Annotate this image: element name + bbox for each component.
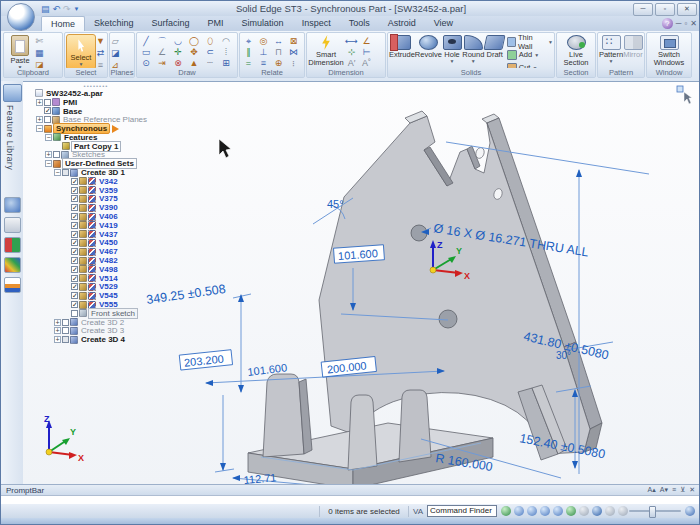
angled-plane-icon[interactable]: ◪ — [111, 48, 120, 58]
live-section-button[interactable]: Live Section — [559, 34, 593, 67]
application-button[interactable] — [7, 3, 35, 31]
circle-icon[interactable]: ◯ — [186, 36, 202, 47]
offset-icon[interactable]: ⊂ — [202, 47, 218, 58]
paste-button[interactable]: Paste▼ — [5, 34, 35, 69]
sensors-icon[interactable] — [4, 237, 21, 253]
tree-item-v359[interactable]: ✓V359 — [25, 186, 167, 195]
rotate-icon[interactable] — [566, 506, 576, 516]
redo-icon[interactable]: ↷ — [63, 3, 71, 15]
dim-45deg[interactable]: 45° — [327, 198, 344, 210]
zoom-out-icon[interactable] — [618, 506, 628, 516]
part-body[interactable] — [248, 111, 602, 485]
rendering-icon[interactable] — [4, 257, 21, 273]
add-button[interactable]: Add▼ — [507, 49, 553, 60]
maximize-button[interactable]: ▫ — [655, 3, 675, 16]
pathfinder-tab-icon[interactable] — [3, 84, 22, 102]
coordinate-dim-icon[interactable]: ⊹ — [344, 47, 359, 58]
select-options-icon[interactable]: ▼ — [96, 36, 105, 46]
cut-icon[interactable]: ✄ — [35, 36, 44, 46]
pattern-button[interactable]: Pattern▼ — [599, 34, 623, 63]
tree-item-create-3d-4[interactable]: +Create 3D 4 — [25, 335, 167, 344]
rectangle-icon[interactable]: ▭ — [138, 47, 154, 58]
dim-112-71[interactable]: 112.71 — [243, 471, 277, 485]
tree-item-v437[interactable]: ✓V437 — [25, 230, 167, 239]
draft-button[interactable]: Draft — [484, 34, 504, 59]
tab-pmi[interactable]: PMI — [199, 16, 233, 31]
tree-item-create-3d-2[interactable]: +Create 3D 2 — [25, 318, 167, 327]
tree-item-v482[interactable]: ✓V482 — [25, 256, 167, 265]
symmetric-icon[interactable]: ⋈ — [286, 47, 301, 58]
tree-item-base[interactable]: ✓Base — [25, 107, 167, 116]
zoom-in-icon[interactable] — [685, 506, 695, 516]
zoom-slider[interactable] — [629, 506, 681, 516]
zoom-slider-thumb[interactable] — [649, 506, 656, 518]
perpendicular-icon[interactable]: ⊥ — [256, 47, 271, 58]
angle-between-icon[interactable]: ∠ — [359, 36, 374, 47]
font-decrease-icon[interactable]: A▾ — [660, 486, 668, 494]
tab-inspect[interactable]: Inspect — [293, 16, 340, 31]
tree-item-v467[interactable]: ✓V467 — [25, 247, 167, 256]
hole-button[interactable]: Hole▼ — [442, 34, 462, 63]
tab-tools[interactable]: Tools — [340, 16, 379, 31]
mirror-button[interactable]: Mirror — [623, 34, 643, 59]
arc-icon[interactable]: ⌒ — [154, 36, 170, 47]
parallel-icon[interactable]: ∥ — [241, 47, 256, 58]
tree-item-v514[interactable]: ✓V514 — [25, 274, 167, 283]
revolve-button[interactable]: Revolve — [415, 34, 442, 59]
family-of-parts-icon[interactable] — [4, 197, 21, 213]
command-finder-input[interactable]: Command Finder — [427, 505, 497, 517]
move-icon[interactable]: ✥ — [186, 47, 202, 58]
tree-item-synchronous[interactable]: −Synchronous — [25, 124, 167, 133]
refresh-icon[interactable] — [501, 506, 511, 516]
dim-101-600-top[interactable]: 101.600 — [334, 245, 385, 263]
point-icon[interactable]: ✛ — [170, 47, 186, 58]
tree-item-v498[interactable]: ✓V498 — [25, 265, 167, 274]
promptbar-menu-icon[interactable]: ≡ — [672, 486, 676, 494]
switch-windows-button[interactable]: Switch Windows▼ — [649, 34, 689, 71]
view-overrides-icon[interactable] — [605, 506, 615, 516]
minimize-button[interactable]: ─ — [633, 3, 653, 16]
chamfer-icon[interactable]: ∠ — [154, 47, 170, 58]
tree-item-v406[interactable]: ✓V406 — [25, 212, 167, 221]
symmetric-dim-icon[interactable]: ⊢ — [359, 47, 374, 58]
tree-item-v390[interactable]: ✓V390 — [25, 203, 167, 212]
save-icon[interactable]: ▤ — [41, 3, 50, 15]
promptbar-pin-icon[interactable]: ⊻ — [680, 486, 685, 494]
doc-close-button[interactable]: ✕ — [690, 18, 697, 29]
tab-surfacing[interactable]: Surfacing — [143, 16, 199, 31]
distance-between-icon[interactable]: ⟷ — [344, 36, 359, 47]
tab-astroid[interactable]: Astroid — [379, 16, 425, 31]
tree-item-pmi[interactable]: +PMI — [25, 98, 167, 107]
tree-item-v529[interactable]: ✓V529 — [25, 283, 167, 292]
curve-icon[interactable]: ◡ — [170, 36, 186, 47]
round-button[interactable]: Round▼ — [462, 34, 484, 63]
tree-item-user-defined-sets[interactable]: −User-Defined Sets — [25, 159, 167, 168]
copy-icon[interactable]: ▦ — [35, 48, 44, 58]
tab-view[interactable]: View — [425, 16, 462, 31]
tree-item-create-3d-3[interactable]: +Create 3D 3 — [25, 327, 167, 336]
font-increase-icon[interactable]: A▴ — [648, 486, 656, 494]
tree-item-v450[interactable]: ✓V450 — [25, 239, 167, 248]
tree-item-v375[interactable]: ✓V375 — [25, 195, 167, 204]
ellipse-icon[interactable]: ⬯ — [202, 36, 218, 47]
doc-minimize-button[interactable]: ─ — [676, 18, 682, 29]
doc-restore-button[interactable]: ▫ — [684, 18, 687, 29]
connect-icon[interactable]: ⌖ — [241, 36, 256, 47]
tree-item-part-copy-1[interactable]: Part Copy 1 — [25, 142, 167, 151]
tree-item-v545[interactable]: ✓V545 — [25, 291, 167, 300]
horizontal-icon[interactable]: ↔ — [271, 36, 286, 47]
pan-icon[interactable] — [553, 506, 563, 516]
lock-relate-icon[interactable]: ⊠ — [286, 36, 301, 47]
select-button[interactable]: Select▼ — [66, 34, 96, 70]
tree-item-sw32452-a-par[interactable]: SW32452-a.par — [25, 89, 167, 98]
tab-home[interactable]: Home — [41, 16, 85, 31]
tree-item-v419[interactable]: ✓V419 — [25, 221, 167, 230]
close-button[interactable]: ✕ — [677, 3, 697, 16]
tree-item-create-3d-1[interactable]: −Create 3D 1 — [25, 168, 167, 177]
promptbar-close-icon[interactable]: ✕ — [689, 486, 695, 494]
common-views-icon[interactable] — [579, 506, 589, 516]
tab-sketching[interactable]: Sketching — [85, 16, 143, 31]
coincident-plane-icon[interactable]: ▱ — [111, 36, 120, 46]
fit-icon[interactable] — [540, 506, 550, 516]
pattern-sketch-icon[interactable]: ⁞ — [218, 47, 234, 58]
